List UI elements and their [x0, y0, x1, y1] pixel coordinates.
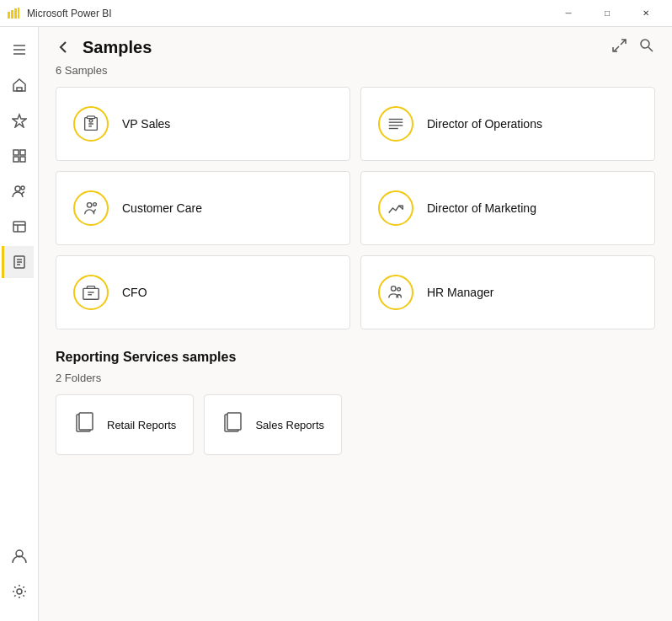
vp-sales-label: VP Sales	[122, 117, 170, 131]
svg-rect-3	[18, 8, 19, 19]
main-content: Samples 6 Samples	[39, 27, 672, 621]
svg-point-37	[392, 286, 397, 292]
svg-rect-11	[13, 157, 19, 162]
page-header: Samples	[39, 27, 672, 64]
sidebar-item-home[interactable]	[3, 69, 35, 101]
svg-point-38	[397, 288, 401, 292]
folders-grid: Retail Reports Sales Reports	[56, 394, 655, 455]
titlebar: Microsoft Power BI ─ □ ✕	[0, 0, 672, 27]
retail-reports-label: Retail Reports	[107, 419, 176, 431]
folder-card-retail-reports[interactable]: Retail Reports	[56, 394, 194, 455]
svg-point-24	[641, 40, 649, 48]
samples-grid: VP Sales Director of Operations	[56, 87, 655, 329]
hr-manager-label: HR Manager	[427, 286, 493, 299]
search-icon[interactable]	[638, 37, 655, 57]
reporting-section-title: Reporting Services samples	[56, 350, 655, 365]
sales-reports-label: Sales Reports	[255, 419, 324, 431]
titlebar-left: Microsoft Power BI	[7, 7, 112, 20]
sidebar-item-workspace[interactable]	[3, 211, 35, 243]
sidebar-bottom	[3, 540, 35, 614]
cfo-icon	[73, 275, 109, 310]
powerbi-icon	[7, 7, 20, 20]
customer-care-label: Customer Care	[122, 201, 202, 215]
header-actions	[611, 37, 655, 57]
cfo-label: CFO	[122, 286, 147, 299]
maximize-button[interactable]: □	[588, 0, 627, 27]
sidebar-item-reports[interactable]	[2, 246, 34, 278]
sample-card-cfo[interactable]: CFO	[56, 255, 350, 329]
sidebar-item-user[interactable]	[3, 540, 35, 572]
app-shell: Samples 6 Samples	[0, 27, 672, 621]
svg-rect-9	[13, 150, 19, 155]
sidebar-item-shared[interactable]	[3, 175, 35, 207]
svg-point-23	[17, 589, 22, 594]
sample-card-director-ops[interactable]: Director of Operations	[360, 87, 655, 161]
director-ops-label: Director of Operations	[427, 117, 542, 131]
minimize-button[interactable]: ─	[549, 0, 588, 27]
close-button[interactable]: ✕	[627, 0, 665, 27]
sample-card-customer-care[interactable]: Customer Care	[56, 171, 350, 245]
titlebar-controls: ─ □ ✕	[549, 0, 665, 27]
header-left: Samples	[56, 38, 152, 57]
hr-manager-icon	[378, 275, 413, 310]
svg-rect-15	[13, 222, 25, 232]
svg-rect-42	[227, 413, 241, 430]
svg-point-27	[89, 120, 93, 123]
content-area: 6 Samples VP Sales	[39, 64, 672, 621]
page-title: Samples	[83, 38, 152, 57]
svg-point-14	[21, 186, 24, 190]
sample-card-hr-manager[interactable]: HR Manager	[360, 255, 655, 329]
svg-marker-8	[13, 115, 26, 127]
vp-sales-icon	[73, 106, 109, 142]
svg-point-33	[93, 203, 97, 206]
sidebar	[0, 27, 39, 621]
samples-count: 6 Samples	[56, 64, 655, 77]
svg-point-32	[87, 203, 92, 208]
customer-care-icon	[73, 190, 109, 226]
svg-rect-40	[79, 413, 93, 430]
svg-rect-2	[14, 8, 17, 19]
folder-card-sales-reports[interactable]: Sales Reports	[204, 394, 342, 455]
svg-rect-10	[20, 150, 25, 155]
back-button[interactable]	[56, 39, 72, 56]
director-ops-icon	[378, 106, 413, 142]
svg-rect-12	[20, 157, 25, 162]
director-marketing-label: Director of Marketing	[427, 201, 536, 215]
svg-rect-26	[87, 116, 94, 119]
svg-rect-0	[8, 12, 10, 19]
svg-rect-34	[83, 288, 99, 299]
folders-count: 2 Folders	[56, 372, 655, 384]
svg-rect-1	[11, 10, 13, 19]
svg-point-13	[15, 186, 20, 191]
retail-reports-icon	[73, 411, 97, 438]
director-marketing-icon	[378, 190, 413, 226]
sample-card-vp-sales[interactable]: VP Sales	[56, 87, 350, 161]
expand-icon[interactable]	[611, 37, 628, 57]
svg-rect-7	[17, 88, 22, 91]
sidebar-item-favorites[interactable]	[3, 104, 35, 137]
sidebar-item-settings[interactable]	[3, 575, 35, 608]
sidebar-item-apps[interactable]	[3, 140, 35, 172]
sidebar-item-menu[interactable]	[3, 34, 35, 66]
sample-card-director-marketing[interactable]: Director of Marketing	[360, 171, 655, 245]
window-title: Microsoft Power BI	[27, 8, 112, 19]
svg-line-25	[648, 47, 653, 51]
sales-reports-icon	[221, 411, 245, 438]
